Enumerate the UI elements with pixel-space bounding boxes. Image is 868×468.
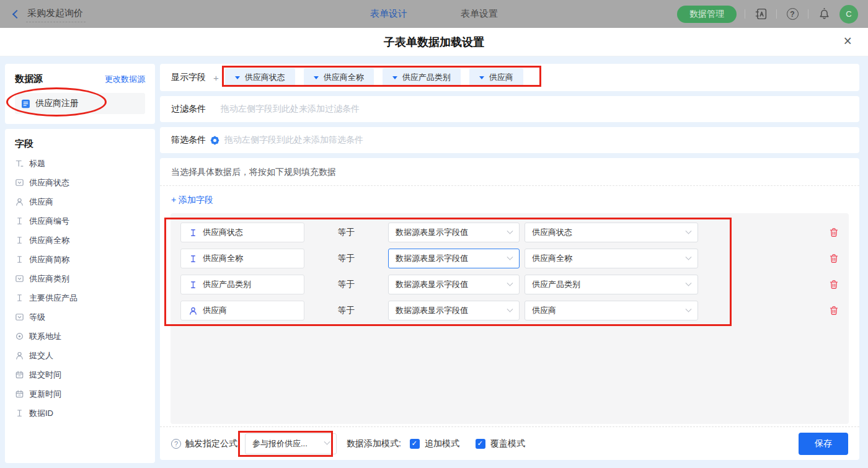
form-name[interactable]: 采购发起询价: [26, 6, 86, 22]
field-item-label: 供应商类别: [29, 273, 69, 285]
field-item-label: 标题: [29, 158, 45, 169]
save-button[interactable]: 保存: [799, 433, 848, 455]
mapping-row: 供应商状态 等于 数据源表显示字段值 供应商状态: [180, 223, 839, 242]
field-item[interactable]: 提交人: [15, 346, 145, 365]
field-item[interactable]: 联系地址: [15, 327, 145, 346]
field-item-label: 主要供应产品: [29, 293, 78, 304]
target-field-box[interactable]: 供应商状态: [180, 223, 304, 242]
gear-icon[interactable]: [211, 137, 218, 144]
field-item-label: 数据ID: [29, 408, 53, 419]
target-field-label: 供应商状态: [203, 227, 243, 238]
source-type-value: 数据源表显示字段值: [396, 253, 468, 264]
display-field-tag[interactable]: 供应商: [469, 68, 523, 87]
target-field-box[interactable]: 供应商全称: [180, 249, 304, 268]
datasource-item[interactable]: 供应商注册: [15, 93, 145, 114]
document-icon: [21, 99, 30, 108]
source-field-value: 供应商全称: [532, 253, 572, 264]
display-field-tag[interactable]: 供应商状态: [225, 68, 295, 87]
source-field-select[interactable]: 供应产品类别: [525, 275, 698, 294]
tab-form-design[interactable]: 表单设计: [370, 8, 407, 20]
source-field-select[interactable]: 供应商状态: [525, 223, 698, 242]
source-type-select[interactable]: 数据源表显示字段值: [388, 301, 520, 320]
field-item[interactable]: 供应商简称: [15, 250, 145, 269]
field-item[interactable]: 标题: [15, 154, 145, 173]
field-item-label: 供应商: [29, 196, 53, 208]
field-item[interactable]: 供应商状态: [15, 173, 145, 192]
delete-row-icon[interactable]: [829, 227, 839, 237]
field-item[interactable]: 主要供应产品: [15, 288, 145, 307]
user-avatar[interactable]: C: [839, 5, 858, 24]
display-field-tag[interactable]: 供应产品类别: [383, 68, 461, 87]
source-field-value: 供应商: [532, 305, 556, 316]
data-manage-button[interactable]: 数据管理: [677, 6, 737, 23]
change-datasource-link[interactable]: 更改数据源: [105, 74, 145, 85]
add-display-field-button[interactable]: +: [213, 73, 219, 83]
tag-label: 供应产品类别: [402, 72, 451, 83]
divider: [745, 9, 745, 19]
target-field-box[interactable]: 供应产品类别: [180, 275, 304, 294]
fields-title: 字段: [15, 138, 145, 150]
screening-drop-zone[interactable]: 拖动左侧字段到此处来添加筛选条件: [224, 135, 363, 146]
checkbox-label: 覆盖模式: [490, 438, 525, 449]
chevron-down-icon: [686, 306, 692, 312]
append-mode-checkbox[interactable]: 追加模式: [410, 438, 459, 449]
source-field-select[interactable]: 供应商全称: [525, 249, 698, 268]
field-item[interactable]: 供应商全称: [15, 231, 145, 250]
display-field-tag[interactable]: 供应商全称: [304, 68, 374, 87]
address-book-icon[interactable]: [753, 7, 768, 22]
main-column: 显示字段 + 供应商状态 供应商全称 供应产品类别: [160, 64, 859, 463]
back-chevron-icon[interactable]: [12, 9, 21, 18]
delete-row-icon[interactable]: [829, 254, 839, 263]
datasource-item-label: 供应商注册: [35, 98, 79, 109]
source-type-select[interactable]: 数据源表显示字段值: [388, 275, 520, 294]
display-fields-bar: 显示字段 + 供应商状态 供应商全称 供应产品类别: [160, 64, 859, 91]
field-item[interactable]: 等级: [15, 307, 145, 327]
text-icon: [188, 281, 197, 289]
display-field-tags: 供应商状态 供应商全称 供应产品类别 供应商: [225, 68, 523, 87]
delete-row-icon[interactable]: [829, 306, 839, 316]
source-field-select[interactable]: 供应商: [525, 301, 698, 320]
target-field-label: 供应商: [203, 305, 227, 316]
notification-bell-icon[interactable]: [817, 7, 831, 22]
add-field-link[interactable]: + 添加字段: [171, 195, 213, 205]
tab-form-settings[interactable]: 表单设置: [461, 8, 498, 20]
overwrite-mode-checkbox[interactable]: 覆盖模式: [476, 438, 525, 449]
person-icon: [188, 307, 197, 315]
help-icon[interactable]: ?: [785, 7, 800, 22]
chevron-down-icon: [686, 254, 692, 260]
formula-select[interactable]: 参与报价供应...: [245, 433, 337, 454]
caret-down-icon: [235, 76, 240, 79]
modal-title: 子表单数据加载设置: [384, 35, 484, 50]
field-item[interactable]: 提交时间: [15, 365, 145, 384]
location-icon: [15, 332, 24, 340]
field-item[interactable]: 数据ID: [15, 404, 145, 423]
field-item[interactable]: 供应商编号: [15, 211, 145, 231]
mapping-row: 供应商全称 等于 数据源表显示字段值 供应商全称: [180, 249, 839, 268]
target-field-box[interactable]: 供应商: [180, 301, 304, 320]
caret-down-icon: [314, 76, 319, 79]
source-field-value: 供应产品类别: [532, 279, 580, 290]
field-item-label: 供应商编号: [29, 216, 69, 227]
field-item-label: 联系地址: [29, 331, 61, 342]
text-icon: [15, 236, 24, 244]
help-circle-icon[interactable]: ?: [171, 439, 181, 449]
checkbox-label: 追加模式: [425, 438, 459, 449]
source-type-select[interactable]: 数据源表显示字段值: [388, 249, 520, 268]
delete-row-icon[interactable]: [829, 280, 839, 289]
datasource-title: 数据源: [15, 73, 43, 85]
operator-label: 等于: [304, 305, 388, 316]
close-icon[interactable]: ×: [844, 34, 852, 48]
datasource-panel: 数据源 更改数据源 供应商注册: [5, 64, 155, 124]
field-item-label: 供应商状态: [29, 177, 69, 188]
fill-rules-panel: 当选择具体数据后，将按如下规则填充数据 + 添加字段 供应商状态 等于 数据源表…: [160, 158, 859, 460]
filter-drop-zone[interactable]: 拖动左侧字段到此处来添加过滤条件: [221, 104, 360, 115]
field-item[interactable]: 供应商类别: [15, 269, 145, 288]
source-type-select[interactable]: 数据源表显示字段值: [388, 223, 520, 242]
select-icon: [15, 275, 24, 283]
field-item[interactable]: 更新时间: [15, 384, 145, 404]
field-item[interactable]: 供应商: [15, 192, 145, 211]
mapping-row: 供应产品类别 等于 数据源表显示字段值 供应产品类别: [180, 275, 839, 294]
source-type-value: 数据源表显示字段值: [396, 305, 468, 316]
modal-body: 数据源 更改数据源 供应商注册 字段 标题: [0, 56, 868, 468]
calendar-icon: [15, 371, 24, 379]
